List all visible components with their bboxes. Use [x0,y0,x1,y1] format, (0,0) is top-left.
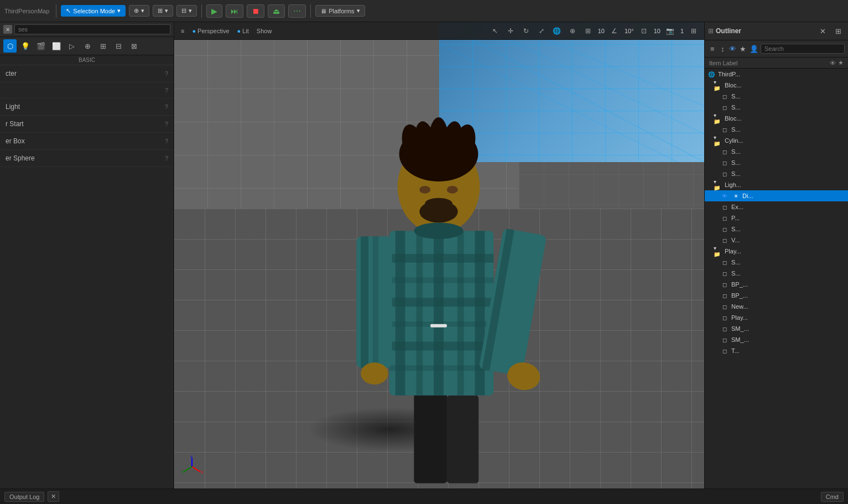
mesh-icon: ◻ [720,147,729,156]
help-icon[interactable]: ? [165,121,168,127]
outliner-item-cylinder[interactable]: ▾📁 Cylin... [705,135,848,146]
outliner-item-lights-group[interactable]: ▾📁 Ligh... [705,179,848,190]
outliner-item-s1[interactable]: ◻ S... [705,91,848,102]
more-options-button[interactable]: ⋯ [288,4,306,18]
selection-mode-button[interactable]: ↖ Selection Mode ▾ [61,5,126,17]
outliner-item-directional-light[interactable]: 👁 ☀ Di... [705,190,848,201]
world-button[interactable]: 🌐 [550,24,564,38]
list-item[interactable]: cter ? [0,65,174,82]
outliner-item-bp1[interactable]: ◻ BP_... [705,279,848,290]
outliner-item-sm1[interactable]: ◻ SM_... [705,323,848,334]
transform-gizmo-button[interactable]: ✛ [503,24,518,38]
layout-button[interactable]: ⊞ [686,24,701,38]
outliner-item-root[interactable]: 🌐 ThirdP... [705,69,848,80]
close-panel-button[interactable]: ✕ [3,25,12,34]
outliner-item-sm2[interactable]: ◻ SM_... [705,334,848,345]
perspective-button[interactable]: ● Perspective [189,26,232,36]
select-tool-button[interactable]: ↖ [488,24,502,38]
help-icon[interactable]: ? [165,87,168,93]
output-log-button[interactable]: Output Log [4,492,44,502]
actors-tab-button[interactable]: ⬡ [3,39,17,53]
viewport[interactable]: ≡ ● Perspective ● Lit Show ↖ ✛ ↻ ⤢ 🌐 ⊕ [174,22,704,489]
folder-icon: ▾📁 [714,136,722,145]
grid-icon: ⊟ [181,7,186,14]
svg-rect-5 [414,389,448,483]
volumes-tab-button[interactable]: ⊕ [81,39,94,53]
viewport-menu-button[interactable]: ≡ [178,26,188,36]
sep1 [56,4,56,18]
left-panel-search[interactable] [14,24,170,34]
outliner-item-s7[interactable]: ◻ S... [705,224,848,235]
outliner-item-volume[interactable]: ◻ V... [705,235,848,246]
outliner-item-block1[interactable]: ▾📁 Bloc... [705,80,848,91]
extra-tab-button[interactable]: ⊠ [127,39,141,53]
scale-button[interactable]: ⤢ [534,24,549,38]
outliner-item-new[interactable]: ◻ New... [705,301,848,312]
add-actor-button[interactable]: ⊕▾ [129,5,149,17]
shapes-tab-button[interactable]: ▷ [65,39,79,53]
play-button[interactable]: ▶ [206,4,222,18]
all-tab-button[interactable]: ⊞ [96,39,110,53]
outliner-item-player-group[interactable]: ▾📁 Play... [705,246,848,257]
star-filter-button[interactable]: ★ [739,42,748,55]
grid-button[interactable]: ⊟▾ [176,5,197,17]
menu-icon: ≡ [181,28,184,34]
main-area: ✕ ⬡ 💡 🎬 ⬜ ▷ ⊕ ⊞ ⊟ ⊠ BASIC cter ? ? [0,22,848,489]
outliner-panel: ⊞ Outliner ✕ ⊞ ≡ ↕ 👁 ★ 👤 Item Label 👁 ★ … [704,22,848,489]
lit-button[interactable]: ● Lit [234,26,252,36]
outliner-item-s6[interactable]: ◻ S... [705,168,848,179]
help-icon[interactable]: ? [165,103,168,110]
expand-outliner-button[interactable]: ⊞ [831,24,845,38]
lights-tab-button[interactable]: 💡 [19,39,32,53]
outliner-item-point-light[interactable]: ◻ P... [705,212,848,224]
skip-forward-button[interactable]: ⏭ [226,4,243,18]
svg-text:Z: Z [190,455,193,459]
show-button[interactable]: Show [253,26,275,36]
scale-value: 10 [652,28,662,34]
outliner-item-s2[interactable]: ◻ S... [705,102,848,113]
list-item-trigger-box[interactable]: er Box ? [0,133,174,150]
help-icon[interactable]: ? [165,155,168,162]
filter-button[interactable]: ≡ [708,42,717,55]
grid-view-button[interactable]: ⊞ [581,24,595,38]
angle-value: 10° [623,28,636,34]
rotate-button[interactable]: ↻ [519,24,533,38]
eye-filter-button[interactable]: 👁 [729,42,737,55]
snap-button[interactable]: ⊞▾ [153,5,173,17]
close-outliner-button[interactable]: ✕ [816,24,829,38]
bp-icon: ◻ [720,291,729,300]
angle-button[interactable]: ∠ [607,24,622,38]
outliner-item-bp2[interactable]: ◻ BP_... [705,290,848,301]
cmd-button[interactable]: Cmd [821,492,844,502]
outliner-item-block2[interactable]: ▾📁 Bloc... [705,113,848,124]
list-item[interactable]: ? [0,82,174,98]
outliner-item-s8[interactable]: ◻ S... [705,257,848,268]
outliner-panel-icon: ⊞ [708,27,714,35]
help-icon[interactable]: ? [165,138,168,144]
outliner-item-exp-light[interactable]: ◻ Ex... [705,201,848,212]
outliner-item-player-start[interactable]: ◻ Play... [705,312,848,323]
outliner-item-s4[interactable]: ◻ S... [705,146,848,157]
eject-button[interactable]: ⏏ [268,4,285,18]
outliner-item-s3[interactable]: ◻ S... [705,124,848,135]
close-log-button[interactable]: ✕ [48,491,59,502]
stop-button[interactable]: ⏹ [247,4,264,18]
sort-button[interactable]: ↕ [719,42,727,55]
list-item-light[interactable]: Light ? [0,98,174,116]
recent-tab-button[interactable]: ⊟ [112,39,125,53]
snap-surface-button[interactable]: ⊕ [565,24,580,38]
scale-snap-button[interactable]: ⊡ [637,24,651,38]
outliner-item-s5[interactable]: ◻ S... [705,157,848,168]
list-item-player-start[interactable]: r Start ? [0,116,174,133]
account-filter-button[interactable]: 👤 [749,42,759,55]
camera-button[interactable]: 📷 [663,24,678,38]
help-icon[interactable]: ? [165,70,168,77]
visual-tab-button[interactable]: 🎬 [34,39,48,53]
list-item-trigger-sphere[interactable]: er Sphere ? [0,150,174,167]
platforms-button[interactable]: 🖥 Platforms ▾ [315,5,365,17]
geometry-tab-button[interactable]: ⬜ [50,39,63,53]
star-col-icon: ★ [838,59,844,66]
outliner-item-t1[interactable]: ◻ T... [705,345,848,356]
outliner-search-input[interactable] [761,44,845,54]
outliner-item-s9[interactable]: ◻ S... [705,268,848,279]
